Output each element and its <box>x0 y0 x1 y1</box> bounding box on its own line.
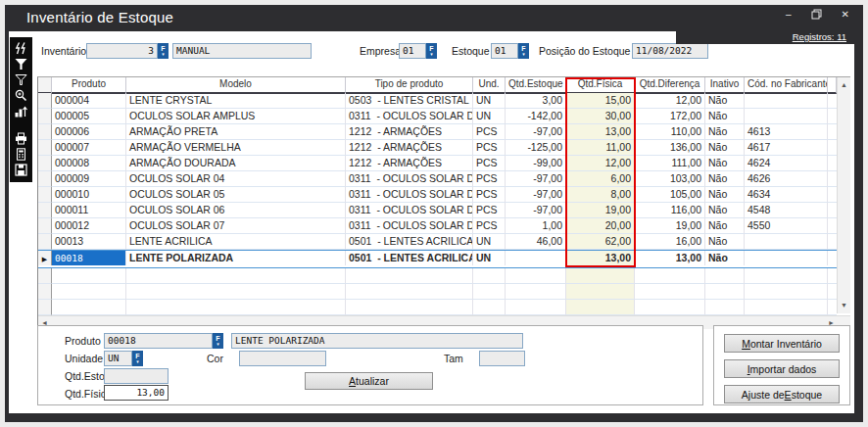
grid-cell[interactable]: 13,00 <box>566 124 635 140</box>
row-selector[interactable] <box>38 140 52 156</box>
grid-cell[interactable]: PCS <box>473 218 506 234</box>
grid-cell[interactable]: Não <box>705 234 745 250</box>
grid-cell[interactable]: 4626 <box>745 171 828 187</box>
inventario-name-input[interactable]: MANUAL <box>172 43 312 59</box>
grid-cell[interactable]: 0503 - LENTES CRISTAL <box>346 93 473 109</box>
grid-cell[interactable]: 136,00 <box>635 140 705 156</box>
grid-cell[interactable]: 3,00 <box>506 93 566 109</box>
grid-cell[interactable]: Não <box>705 124 745 140</box>
grid-cell[interactable]: 4613 <box>745 124 828 140</box>
grid-cell[interactable]: 0311 - OCULOS SOLAR DIVER <box>346 171 473 187</box>
grid-cell[interactable]: Não <box>705 218 745 234</box>
grid-cell[interactable]: 19,00 <box>566 203 635 218</box>
montar-inventario-button[interactable]: Montar Inventário <box>724 334 840 353</box>
grid-cell[interactable]: LENTE POLARIZADA <box>126 251 346 265</box>
grid-cell[interactable]: 000011 <box>52 203 126 218</box>
grid-cell[interactable]: 15,00 <box>566 93 635 109</box>
ajuste-estoque-button[interactable]: Ajuste de Estoque <box>724 385 840 403</box>
grid-cell[interactable]: 4550 <box>745 218 828 234</box>
col-header-modelo[interactable]: Modelo <box>126 77 346 94</box>
grid-cell[interactable]: 000008 <box>52 156 126 171</box>
grid-cell[interactable]: 0501 - LENTES ACRILICAS <box>346 251 473 265</box>
row-selector[interactable] <box>38 171 52 187</box>
grid-cell[interactable]: 0501 - LENTES ACRILICAS <box>346 234 473 250</box>
grid-cell[interactable]: 000007 <box>52 140 126 156</box>
grid-cell[interactable]: OCULOS SOLAR 04 <box>126 171 346 187</box>
table-row[interactable]: 000004LENTE CRYSTAL0503 - LENTES CRISTAL… <box>38 93 837 109</box>
col-header-produto[interactable]: Produto <box>52 77 126 94</box>
grid-cell[interactable] <box>745 93 828 109</box>
grid-cell[interactable]: 4548 <box>745 203 828 218</box>
inventario-input[interactable]: 3 <box>86 43 158 59</box>
col-header-cod-fabricante[interactable]: Cód. no Fabricante <box>745 77 828 94</box>
grid-cell[interactable]: UN <box>473 109 506 124</box>
detail-qtd-estoque-input[interactable] <box>104 368 169 384</box>
row-selector[interactable] <box>38 109 52 124</box>
grid-cell[interactable]: 6,00 <box>566 171 635 187</box>
grid-cell[interactable]: 000006 <box>52 124 126 140</box>
grid-cell[interactable]: -97,00 <box>506 124 566 140</box>
table-row[interactable]: 00013LENTE ACRILICA0501 - LENTES ACRILIC… <box>38 234 837 250</box>
atualizar-button[interactable]: Atualizar <box>305 372 433 390</box>
grid-cell[interactable]: OCULOS SOLAR AMPLUS <box>126 109 346 124</box>
col-header-inativo[interactable]: Inativo <box>705 77 745 94</box>
grid-cell[interactable]: 4617 <box>745 140 828 156</box>
grid-cell[interactable]: Não <box>705 156 745 171</box>
grid-cell[interactable]: 000012 <box>52 218 126 234</box>
col-header-qtd-fisica[interactable]: Qtd.Física <box>566 77 635 94</box>
grid-cell[interactable]: ARMAÇÃO VERMELHA <box>126 140 346 156</box>
grid-cell[interactable]: -125,00 <box>506 140 566 156</box>
grid-cell[interactable]: PCS <box>473 171 506 187</box>
grid-cell[interactable]: 110,00 <box>635 124 705 140</box>
grid-cell[interactable]: 103,00 <box>635 171 705 187</box>
col-header-tipo[interactable]: Tipo de produto <box>346 77 473 94</box>
grid-cell[interactable]: Não <box>705 203 745 218</box>
close-button[interactable]: ✕ <box>842 9 849 21</box>
table-row[interactable]: 000012OCULOS SOLAR 070311 - OCULOS SOLAR… <box>38 218 837 234</box>
empresa-lookup-button[interactable]: F▾ <box>426 43 437 59</box>
grid-cell[interactable]: PCS <box>473 203 506 218</box>
detail-tam-input[interactable] <box>479 351 525 366</box>
grid-cell[interactable]: 0311 - OCULOS SOLAR DIVER <box>346 109 473 124</box>
row-selector[interactable] <box>38 93 52 109</box>
table-row[interactable]: 000010OCULOS SOLAR 050311 - OCULOS SOLAR… <box>38 187 837 203</box>
grid-cell[interactable]: 13,00 <box>566 251 635 265</box>
grid-cell[interactable]: 0311 - OCULOS SOLAR DIVER <box>346 203 473 218</box>
table-row[interactable]: 000005OCULOS SOLAR AMPLUS0311 - OCULOS S… <box>38 109 837 124</box>
grid-cell[interactable]: 00018 <box>52 251 126 265</box>
row-selector[interactable] <box>38 156 52 171</box>
clear-filter-button[interactable] <box>14 73 28 86</box>
grid-cell[interactable]: 4634 <box>745 187 828 203</box>
detail-produto-name-input[interactable]: LENTE POLARIZADA <box>231 333 523 349</box>
grid-cell[interactable] <box>506 251 566 265</box>
calculator-button[interactable] <box>14 148 28 161</box>
detail-unidade-lookup-button[interactable]: F▾ <box>132 351 143 366</box>
grid-cell[interactable]: 116,00 <box>635 203 705 218</box>
grid-cell[interactable]: PCS <box>473 124 506 140</box>
grid-cell[interactable]: 0311 - OCULOS SOLAR DIVER <box>346 187 473 203</box>
detail-produto-input[interactable]: 00018 <box>104 333 213 349</box>
grid-cell[interactable]: 1212 - ARMAÇÕES <box>346 140 473 156</box>
grid-cell[interactable]: Não <box>705 171 745 187</box>
grid-cell[interactable]: 000010 <box>52 187 126 203</box>
row-selector[interactable] <box>38 203 52 218</box>
grid-cell[interactable]: UN <box>473 234 506 250</box>
grid-cell[interactable]: PCS <box>473 187 506 203</box>
posicao-estoque-input[interactable]: 11/08/2022 <box>632 43 708 59</box>
grid-cell[interactable]: Não <box>705 109 745 124</box>
grid-cell[interactable]: 20,00 <box>566 218 635 234</box>
grid-cell[interactable]: LENTE CRYSTAL <box>126 93 346 109</box>
filter-button[interactable] <box>14 58 28 71</box>
grid-cell[interactable] <box>745 109 828 124</box>
grid-cell[interactable]: 12,00 <box>635 93 705 109</box>
grid-cell[interactable]: PCS <box>473 140 506 156</box>
col-header-qtd-diferenca[interactable]: Qtd.Diferença <box>635 77 705 94</box>
grid-cell[interactable]: 16,00 <box>635 234 705 250</box>
scroll-down-icon[interactable]: ▼ <box>841 301 847 310</box>
vertical-scrollbar[interactable]: ▲ ▼ <box>837 77 850 313</box>
restore-button[interactable] <box>811 9 822 21</box>
importar-dados-button[interactable]: Importar dados <box>724 359 840 378</box>
table-row[interactable]: 000011OCULOS SOLAR 060311 - OCULOS SOLAR… <box>38 203 837 218</box>
table-row[interactable]: ▶00018LENTE POLARIZADA0501 - LENTES ACRI… <box>38 250 837 268</box>
grid-cell[interactable]: 4624 <box>745 156 828 171</box>
